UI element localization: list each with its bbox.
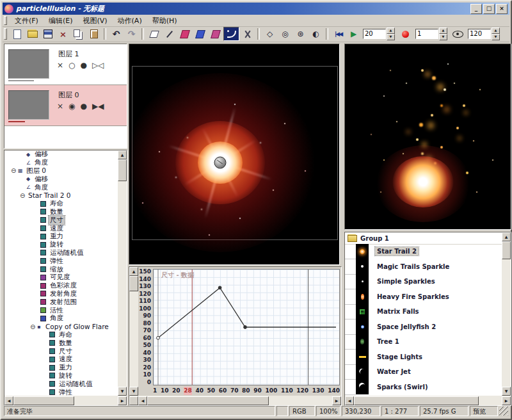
tree-item[interactable]: 发射范围: [4, 298, 118, 306]
layer-visibility-toggle[interactable]: ●: [81, 102, 87, 111]
force[interactable]: [208, 28, 223, 40]
scroll-down-arrow[interactable]: ▼: [118, 387, 127, 396]
library-item[interactable]: Sparks (Swirl): [345, 380, 502, 395]
pen-tool[interactable]: [162, 28, 177, 40]
playback-speed-spinbox[interactable]: 20 ▲ ▼: [363, 28, 395, 40]
tree-expand-icon[interactable]: ⊖: [11, 167, 18, 174]
scrollbar-thumb[interactable]: [118, 159, 127, 181]
deflector[interactable]: [177, 28, 192, 40]
tree-vertical-scrollbar[interactable]: ▲ ▼: [118, 150, 127, 396]
undo[interactable]: [109, 28, 124, 40]
emitter-thumbnail[interactable]: [356, 364, 369, 380]
tree-item[interactable]: 尺寸: [4, 347, 118, 355]
graph-view[interactable]: [223, 27, 239, 41]
layer-row[interactable]: 图层 0 × ◉ ● ▶◀: [4, 85, 127, 126]
scroll-right-arrow[interactable]: ▶: [502, 396, 511, 405]
scroll-right-arrow[interactable]: ▶: [118, 396, 127, 405]
menu-item[interactable]: 文件(F): [10, 15, 44, 27]
tree-item[interactable]: 活性: [4, 306, 118, 314]
emitter-name[interactable]: Heavy Fire Sparkles: [375, 293, 451, 301]
show-deflectors[interactable]: [278, 28, 292, 40]
tree-item[interactable]: 角度: [4, 314, 118, 323]
tree-item[interactable]: ⊖ ▪ Copy of Glow Flare: [4, 323, 118, 331]
layer-visibility-toggle[interactable]: ●: [81, 61, 87, 70]
tree-item[interactable]: 数量: [4, 208, 118, 216]
scrollbar-thumb[interactable]: [354, 396, 479, 405]
library-item[interactable]: Tree 1: [345, 334, 502, 350]
tree-item[interactable]: ∠ 角度: [4, 183, 118, 191]
menu-item[interactable]: 帮助(H): [147, 15, 182, 27]
layer-render-toggle[interactable]: ◉: [68, 102, 75, 111]
tree-expand-icon[interactable]: ⊖: [20, 192, 27, 199]
line-tool[interactable]: [147, 28, 161, 40]
emitter-handle[interactable]: [214, 157, 227, 169]
tree-item[interactable]: 速度: [4, 355, 118, 364]
tree-item[interactable]: ◆ 偏移: [4, 175, 118, 183]
tree-item[interactable]: 运动随机值: [4, 380, 118, 388]
current-frame-value[interactable]: 1: [415, 29, 438, 39]
current-frame-spinbox[interactable]: 1 ▲ ▼: [415, 28, 447, 40]
scroll-left-arrow[interactable]: ◀: [4, 396, 13, 405]
emitter-thumbnail[interactable]: [356, 350, 369, 365]
stage-viewport[interactable]: [129, 44, 340, 265]
tree-item[interactable]: 旋转: [4, 372, 118, 380]
scroll-up-arrow[interactable]: ▲: [118, 150, 127, 159]
spin-up-button[interactable]: ▲: [439, 28, 447, 34]
new-document[interactable]: [10, 28, 24, 40]
keyframe-tool[interactable]: [240, 28, 255, 40]
emitter-name[interactable]: Matrix Falls: [375, 307, 421, 316]
scrollbar-thumb[interactable]: [502, 241, 511, 259]
paste[interactable]: [86, 28, 101, 40]
emitter-thumbnail[interactable]: [356, 259, 369, 275]
tree-item[interactable]: 旋转: [4, 241, 118, 249]
library-item[interactable]: Star Trail 2: [345, 244, 502, 259]
tree-horizontal-scrollbar[interactable]: ◀ ▶: [4, 396, 127, 405]
scroll-up-arrow[interactable]: ▲: [502, 232, 511, 241]
redo[interactable]: [124, 28, 139, 40]
spin-up-button[interactable]: ▲: [387, 28, 395, 34]
library-item[interactable]: Matrix Falls: [345, 304, 502, 319]
tree-item[interactable]: 重力: [4, 364, 118, 372]
scroll-left-arrow[interactable]: ◀: [138, 396, 147, 405]
open-folder[interactable]: [25, 28, 40, 40]
graph-vertical-scrollbar[interactable]: ▲ ▼: [129, 267, 138, 396]
layer-thumbnail[interactable]: [8, 49, 49, 79]
play[interactable]: [346, 28, 361, 40]
layer-blur-toggle[interactable]: ×: [57, 102, 63, 111]
layer-render-toggle[interactable]: ○: [68, 61, 75, 70]
scrollbar-thumb[interactable]: [129, 276, 138, 291]
library-vertical-scrollbar[interactable]: ▲ ▼: [502, 232, 511, 396]
tree-item[interactable]: 缩放: [4, 265, 118, 273]
playback-speed-value[interactable]: 20: [363, 29, 386, 39]
emitter-thumbnail[interactable]: [356, 319, 369, 335]
scrollbar-thumb[interactable]: [147, 396, 269, 405]
tree-item[interactable]: ◆ 偏移: [4, 150, 118, 159]
emitter-thumbnail[interactable]: [356, 274, 369, 289]
menu-item[interactable]: 编辑(E): [44, 15, 78, 27]
library-item[interactable]: Simple Sparkles: [345, 274, 502, 289]
layer-blur-toggle[interactable]: ×: [57, 61, 63, 70]
graph-horizontal-scrollbar[interactable]: ◀ ▶: [129, 396, 341, 405]
copy[interactable]: [71, 28, 86, 40]
scroll-right-arrow[interactable]: ▶: [332, 396, 341, 405]
cut[interactable]: [56, 28, 70, 40]
emitter-thumbnail[interactable]: [356, 380, 369, 395]
tree-item[interactable]: 重力: [4, 232, 118, 241]
preview-visibility-button[interactable]: [451, 28, 465, 40]
scroll-down-arrow[interactable]: ▼: [129, 387, 138, 396]
tree-item[interactable]: ⊖ ▦ 图层 0: [4, 167, 118, 175]
tree-item[interactable]: 色彩浓度: [4, 282, 118, 290]
library-item[interactable]: Space Jellyfish 2: [345, 319, 502, 335]
layer-row[interactable]: 图层 1 × ○ ● ▷◁: [4, 44, 127, 85]
emitter-name[interactable]: Space Jellyfish 2: [375, 323, 438, 331]
library-item[interactable]: Water Jet: [345, 364, 502, 380]
tree-item[interactable]: 速度: [4, 224, 118, 232]
menu-grip[interactable]: [4, 16, 7, 26]
emitter-thumbnail[interactable]: [356, 304, 369, 319]
menu-item[interactable]: 视图(V): [77, 15, 112, 27]
library-item[interactable]: Heavy Fire Sparkles: [345, 289, 502, 305]
show-emitters[interactable]: [262, 28, 277, 40]
emitter-name[interactable]: Water Jet: [375, 368, 413, 376]
graph-plot-area[interactable]: 尺寸 - 数据: [153, 269, 340, 385]
tree-item[interactable]: 数量: [4, 339, 118, 347]
